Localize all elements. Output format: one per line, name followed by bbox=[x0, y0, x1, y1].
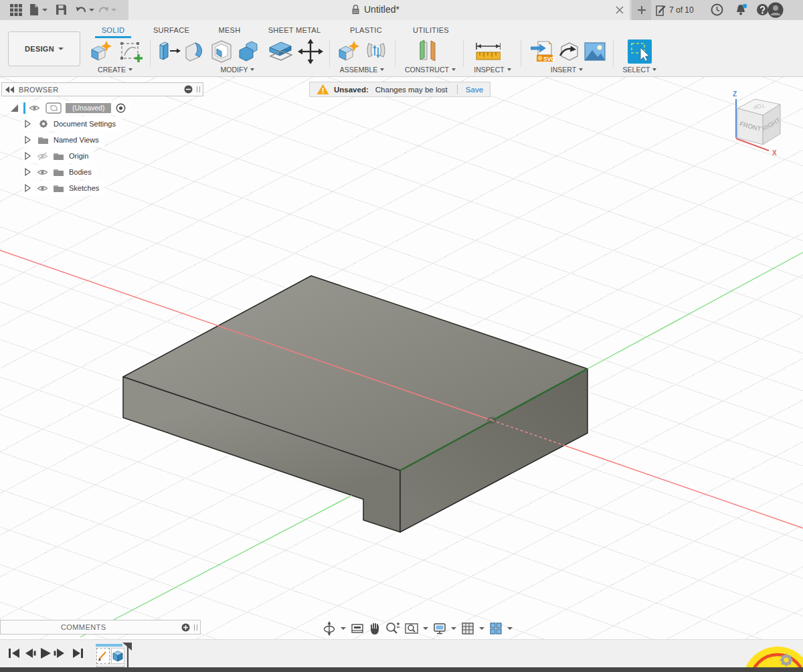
document-counter: 7 of 10 bbox=[669, 5, 694, 15]
titlebar: Untitled* 7 of 10 bbox=[0, 0, 803, 20]
grid-settings-caret[interactable] bbox=[479, 627, 484, 630]
panel-resize-grip[interactable] bbox=[197, 86, 200, 92]
tab-sheet-metal[interactable]: SHEET METAL bbox=[263, 23, 326, 38]
tab-mesh[interactable]: MESH bbox=[211, 23, 248, 38]
orbit-caret[interactable] bbox=[341, 627, 346, 630]
press-pull-icon[interactable] bbox=[157, 38, 183, 65]
measure-icon[interactable] bbox=[474, 38, 501, 65]
browser-row-bodies[interactable]: Bodies bbox=[23, 165, 97, 179]
tab-solid[interactable]: SOLID bbox=[94, 23, 132, 38]
offset-face-icon[interactable] bbox=[266, 38, 293, 65]
browser-row-origin[interactable]: Origin bbox=[23, 149, 94, 163]
select-tool-icon[interactable] bbox=[626, 38, 653, 65]
undo-caret[interactable] bbox=[89, 9, 94, 11]
save-icon[interactable] bbox=[55, 3, 68, 16]
redo-caret[interactable] bbox=[111, 9, 116, 11]
file-menu-icon[interactable] bbox=[28, 3, 40, 16]
panel-label-create[interactable]: CREATE bbox=[88, 65, 142, 74]
expander-expanded-icon[interactable] bbox=[9, 103, 19, 113]
display-settings-icon[interactable] bbox=[433, 622, 446, 635]
tab-plastic[interactable]: PLASTIC bbox=[341, 23, 391, 38]
viewcube[interactable]: FRONT RIGHT TOP Z X bbox=[726, 88, 801, 161]
timeline-playback-controls[interactable] bbox=[3, 640, 90, 668]
expander-icon[interactable] bbox=[23, 135, 32, 145]
tab-utilities[interactable]: UTILITIES bbox=[406, 23, 456, 38]
move-copy-icon[interactable] bbox=[297, 38, 324, 65]
new-tab-button[interactable] bbox=[632, 0, 651, 20]
browser-row-sketches[interactable]: Sketches bbox=[23, 181, 104, 195]
dropdown-caret bbox=[380, 68, 384, 71]
clock-icon[interactable] bbox=[711, 3, 723, 16]
expander-icon[interactable] bbox=[23, 183, 32, 193]
panel-label-inspect[interactable]: INSPECT bbox=[466, 65, 519, 74]
expander-icon[interactable] bbox=[23, 167, 32, 177]
create-form-icon[interactable] bbox=[87, 38, 114, 65]
apps-grid-icon[interactable] bbox=[9, 3, 23, 17]
construct-plane-icon[interactable] bbox=[414, 38, 440, 65]
root-component-name[interactable]: (Unsaved) bbox=[66, 103, 111, 113]
model-body[interactable] bbox=[0, 77, 803, 639]
panel-label-modify[interactable]: MODIFY bbox=[211, 65, 264, 74]
zoom-icon[interactable] bbox=[385, 622, 400, 635]
window-bottom-strip bbox=[0, 667, 803, 672]
origin-point[interactable] bbox=[488, 418, 496, 423]
visibility-eye-icon[interactable] bbox=[29, 104, 40, 112]
comments-panel[interactable]: COMMENTS bbox=[0, 620, 201, 635]
pan-hand-icon[interactable] bbox=[369, 622, 381, 635]
look-at-icon[interactable] bbox=[351, 622, 364, 635]
document-tab[interactable]: Untitled* bbox=[128, 0, 630, 20]
panel-label-construct[interactable]: CONSTRUCT bbox=[400, 65, 460, 74]
combine-icon[interactable] bbox=[236, 38, 262, 65]
unsaved-label: Unsaved: bbox=[334, 86, 369, 94]
viewports-icon[interactable] bbox=[489, 622, 503, 635]
svg-text:SVG: SVG bbox=[543, 56, 555, 62]
3d-viewport[interactable]: FRONT RIGHT TOP Z X BROWSER (Unsaved) D bbox=[0, 77, 803, 639]
expander-icon[interactable] bbox=[23, 151, 32, 161]
visibility-eye-icon[interactable] bbox=[37, 184, 48, 193]
panel-resize-grip[interactable] bbox=[194, 624, 197, 631]
insert-derive-icon[interactable] bbox=[556, 38, 583, 65]
joint-icon[interactable] bbox=[363, 38, 390, 65]
create-sketch-icon[interactable] bbox=[118, 38, 145, 65]
browser-row-named-views[interactable]: Named Views bbox=[23, 133, 104, 147]
timeline-playhead[interactable] bbox=[118, 642, 134, 668]
file-menu-caret[interactable] bbox=[42, 9, 48, 11]
fit-icon[interactable] bbox=[405, 622, 418, 635]
activate-radio-icon[interactable] bbox=[116, 103, 126, 113]
visibility-eye-icon[interactable] bbox=[37, 168, 48, 177]
fit-caret[interactable] bbox=[423, 627, 428, 630]
browser-header[interactable]: BROWSER bbox=[1, 82, 203, 96]
grid-settings-icon[interactable] bbox=[461, 622, 474, 635]
expander-icon[interactable] bbox=[23, 119, 32, 129]
save-link[interactable]: Save bbox=[466, 86, 483, 94]
collapse-panel-icon[interactable] bbox=[5, 86, 15, 93]
visibility-eye-off-icon[interactable] bbox=[37, 152, 48, 161]
avatar[interactable] bbox=[768, 2, 784, 18]
undo-icon[interactable] bbox=[75, 3, 87, 15]
panel-label-insert[interactable]: INSERT bbox=[540, 65, 594, 74]
browser-row-root[interactable]: (Unsaved) bbox=[9, 100, 131, 115]
collapse-tree-icon[interactable] bbox=[184, 85, 193, 94]
close-tab-icon[interactable] bbox=[615, 5, 624, 15]
fillet-icon[interactable] bbox=[182, 38, 209, 65]
add-comment-icon[interactable] bbox=[181, 623, 190, 632]
viewports-caret[interactable] bbox=[507, 627, 513, 630]
redo-icon[interactable] bbox=[98, 3, 110, 15]
browser-row-document-settings[interactable]: Document Settings bbox=[23, 116, 121, 131]
panel-separator bbox=[613, 40, 614, 67]
timeline-sketch-feature[interactable] bbox=[96, 648, 110, 664]
insert-canvas-icon[interactable] bbox=[582, 38, 608, 65]
notifications-bell-icon[interactable] bbox=[735, 3, 748, 17]
display-settings-caret[interactable] bbox=[451, 627, 456, 630]
panel-label-select[interactable]: SELECT bbox=[613, 65, 666, 74]
design-menu-button[interactable]: DESIGN bbox=[8, 31, 80, 66]
comments-title: COMMENTS bbox=[61, 623, 181, 631]
orbit-icon[interactable] bbox=[323, 621, 336, 636]
panel-label-assemble[interactable]: ASSEMBLE bbox=[332, 65, 392, 74]
new-component-icon[interactable] bbox=[335, 38, 361, 65]
tab-surface[interactable]: SURFACE bbox=[147, 23, 196, 38]
job-status-icon[interactable] bbox=[656, 4, 668, 16]
dropdown-caret bbox=[128, 68, 132, 71]
insert-svg-icon[interactable]: SVG bbox=[529, 38, 555, 65]
shell-icon[interactable] bbox=[209, 38, 236, 65]
